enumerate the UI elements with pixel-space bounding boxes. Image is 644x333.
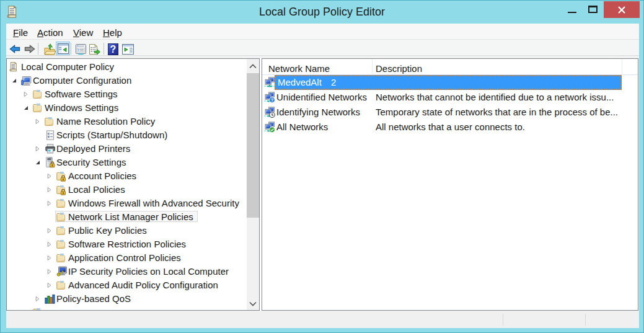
svg-text:?: ? <box>271 97 274 103</box>
svg-text:?: ? <box>110 44 117 55</box>
